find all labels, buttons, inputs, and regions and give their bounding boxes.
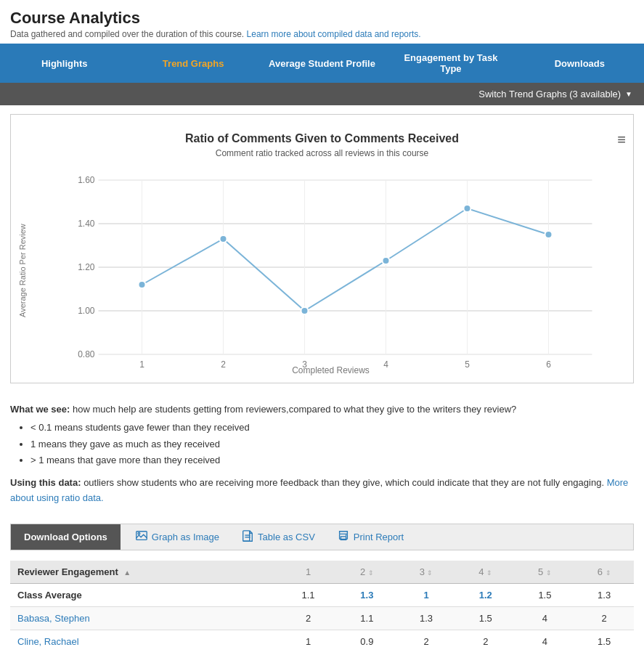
chart-title: Ratio of Comments Given to Comments Rece…: [18, 132, 626, 145]
svg-rect-36: [341, 537, 346, 540]
what-we-see-paragraph: What we see: how much help are students …: [10, 402, 634, 418]
svg-text:1.20: 1.20: [78, 262, 95, 272]
nav-bar: Highlights Trend Graphs Average Student …: [0, 44, 644, 83]
what-we-see-label: What we see:: [10, 404, 70, 415]
col-1[interactable]: 1: [280, 561, 338, 584]
val-r1-c4: 4: [515, 606, 575, 630]
val-r1-c1: 1.1: [338, 606, 397, 630]
chart-subtitle: Comment ratio tracked across all reviews…: [18, 148, 626, 158]
col-reviewer-engagement[interactable]: Reviewer Engagement ▲: [10, 561, 280, 584]
table-row: Cline, Rachael 1 0.9 2 2 4 1.5: [10, 630, 634, 647]
table-row: Babasa, Stephen 2 1.1 1.3 1.5 4 2: [10, 606, 634, 630]
nav-downloads[interactable]: Downloads: [515, 44, 644, 83]
svg-text:1.00: 1.00: [78, 306, 95, 316]
babasa-link[interactable]: Babasa, Stephen: [10, 606, 280, 630]
svg-rect-30: [243, 531, 250, 541]
svg-text:0.80: 0.80: [78, 349, 95, 359]
val-r0-c1: 1.3: [338, 583, 397, 606]
reviewer-engagement-table: Reviewer Engagement ▲ 1 2 ⇕ 3 ⇕ 4 ⇕ 5 ⇕ …: [10, 561, 634, 647]
table-as-csv-label: Table as CSV: [258, 532, 315, 542]
svg-point-24: [301, 307, 309, 314]
svg-text:1.40: 1.40: [78, 219, 95, 229]
bullet-2: 1 means they gave as much as they receiv…: [30, 437, 634, 452]
val-r2-c1: 0.9: [338, 630, 397, 647]
using-label: Using this data:: [10, 477, 81, 488]
bullet-3: > 1 means that gave more than they recei…: [30, 453, 634, 468]
nav-engagement[interactable]: Engagement by Task Type: [386, 44, 515, 83]
switch-bar: Switch Trend Graphs (3 available) ▼: [0, 83, 644, 105]
print-icon: [337, 529, 350, 545]
bullet-1: < 0.1 means students gave fewer than the…: [30, 420, 634, 436]
using-text: outliers show students who are receiving…: [81, 477, 604, 488]
page-header: Course Analytics Data gathered and compi…: [0, 0, 644, 44]
col-3[interactable]: 3 ⇕: [396, 561, 456, 584]
col-5[interactable]: 5 ⇕: [515, 561, 575, 584]
svg-point-22: [139, 281, 146, 288]
learn-more-link[interactable]: Learn more about compiled data and repor…: [247, 29, 421, 39]
download-options-label: Download Options: [11, 524, 121, 550]
val-r0-c0: 1.1: [280, 583, 338, 606]
svg-point-37: [346, 534, 347, 536]
bullet-list: < 0.1 means students gave fewer than the…: [30, 420, 634, 468]
val-r0-c3: 1.2: [456, 583, 515, 606]
svg-text:2: 2: [221, 359, 226, 369]
svg-point-29: [138, 532, 140, 534]
svg-text:6: 6: [546, 359, 551, 369]
val-r2-c5: 1.5: [574, 630, 634, 647]
using-paragraph: Using this data: outliers show students …: [10, 476, 634, 506]
col-4[interactable]: 4 ⇕: [456, 561, 515, 584]
nav-highlights[interactable]: Highlights: [0, 44, 129, 83]
download-options-group: Graph as Image Table as CSV: [121, 525, 418, 549]
col-2[interactable]: 2 ⇕: [338, 561, 397, 584]
csv-icon: [241, 529, 254, 545]
download-csv[interactable]: Table as CSV: [241, 529, 315, 545]
download-graph-image[interactable]: Graph as Image: [135, 529, 219, 545]
download-bar: Download Options Graph as Image: [10, 524, 634, 550]
col-6[interactable]: 6 ⇕: [574, 561, 634, 584]
val-r1-c2: 1.3: [396, 606, 456, 630]
cline-link[interactable]: Cline, Rachael: [10, 630, 280, 647]
page-title: Course Analytics: [10, 9, 634, 28]
print-report-label: Print Report: [354, 532, 404, 542]
svg-point-27: [545, 231, 553, 238]
y-axis-label: Average Ratio Per Review: [18, 166, 33, 375]
what-we-see-text: how much help are students getting from …: [70, 404, 516, 415]
val-r1-c3: 1.5: [456, 606, 515, 630]
chart-container: Ratio of Comments Given to Comments Rece…: [10, 114, 634, 383]
page-subtitle: Data gathered and compiled over the dura…: [10, 29, 634, 39]
chart-wrap: Ratio of Comments Given to Comments Rece…: [18, 132, 626, 375]
val-r2-c0: 1: [280, 630, 338, 647]
table-section: Reviewer Engagement ▲ 1 2 ⇕ 3 ⇕ 4 ⇕ 5 ⇕ …: [10, 561, 634, 647]
download-print[interactable]: Print Report: [337, 529, 404, 545]
chart-svg: 1.60 1.40 1.20 1.00 0.80 1 2 3 4 5 6: [36, 166, 626, 369]
val-r2-c2: 2: [396, 630, 456, 647]
svg-text:1: 1: [139, 359, 144, 369]
val-r2-c3: 2: [456, 630, 515, 647]
val-r1-c5: 2: [574, 606, 634, 630]
val-r2-c4: 4: [515, 630, 575, 647]
val-r1-c0: 2: [280, 606, 338, 630]
description-section: What we see: how much help are students …: [0, 392, 644, 513]
table-row: Class Average 1.1 1.3 1 1.2 1.5 1.3: [10, 583, 634, 606]
sort-icon: ▲: [123, 569, 131, 577]
chart-menu-icon[interactable]: ≡: [617, 132, 626, 147]
val-r0-c4: 1.5: [515, 583, 575, 606]
chevron-down-icon: ▼: [625, 90, 632, 98]
val-r0-c5: 1.3: [574, 583, 634, 606]
image-icon: [135, 529, 148, 545]
svg-text:4: 4: [383, 359, 388, 369]
nav-avg-student[interactable]: Average Student Profile: [258, 44, 386, 83]
svg-point-23: [220, 235, 227, 243]
val-r0-c2: 1: [396, 583, 456, 606]
svg-text:5: 5: [465, 359, 470, 369]
table-header-row: Reviewer Engagement ▲ 1 2 ⇕ 3 ⇕ 4 ⇕ 5 ⇕ …: [10, 561, 634, 584]
svg-text:1.60: 1.60: [78, 175, 95, 185]
nav-trend-graphs[interactable]: Trend Graphs: [129, 44, 257, 83]
graph-as-image-label: Graph as Image: [152, 532, 219, 542]
switch-trend-button[interactable]: Switch Trend Graphs (3 available) ▼: [478, 89, 632, 99]
svg-point-25: [383, 257, 390, 264]
class-average-label: Class Average: [10, 583, 280, 606]
svg-point-26: [464, 205, 471, 212]
